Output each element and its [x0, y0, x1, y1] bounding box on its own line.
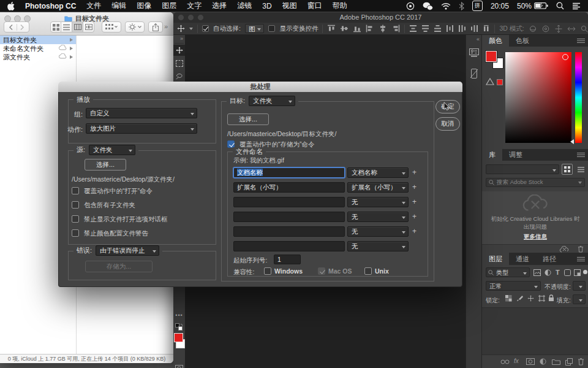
naming-add-5-button[interactable]: +: [412, 228, 417, 236]
hue-slider[interactable]: [575, 52, 582, 143]
tools-more-ellipsis[interactable]: •••: [173, 312, 185, 318]
library-sync-error-icon[interactable]: [559, 246, 569, 253]
menu-type[interactable]: 文字: [187, 1, 202, 11]
layer-style-icon[interactable]: fx: [514, 358, 519, 364]
finder-toolbar-overflow[interactable]: »: [164, 23, 168, 30]
foreground-color-well[interactable]: [486, 51, 497, 62]
finder-row-untitled-folder[interactable]: 未命名文件夹: [0, 44, 76, 53]
naming-add-4-button[interactable]: +: [412, 213, 417, 221]
distribute-vertical-centers-icon[interactable]: [421, 25, 429, 33]
library-panel-menu-icon[interactable]: [577, 153, 585, 157]
delete-layer-icon[interactable]: [578, 358, 584, 366]
3d-pan-icon[interactable]: [554, 25, 563, 33]
wechat-icon[interactable]: [423, 2, 433, 10]
collapsed-properties-panel-icon[interactable]: [466, 45, 482, 61]
align-top-edges-icon[interactable]: [327, 25, 336, 33]
lasso-tool[interactable]: [173, 71, 185, 82]
opacity-dropdown[interactable]: [573, 281, 586, 291]
coverflow-view-icon[interactable]: [83, 21, 94, 33]
swap-colors-icon[interactable]: [175, 323, 183, 331]
menu-filter[interactable]: 滤镜: [237, 1, 252, 11]
align-right-edges-icon[interactable]: [391, 25, 400, 33]
show-transform-checkbox[interactable]: [268, 25, 275, 32]
expand-panels-icon[interactable]: «: [477, 36, 480, 42]
lock-all-icon[interactable]: [548, 294, 554, 302]
tab-layers[interactable]: 图层: [482, 253, 509, 265]
tab-color[interactable]: 颜色: [482, 35, 509, 47]
library-delete-icon[interactable]: [578, 245, 584, 253]
layer-filter-type-dropdown[interactable]: 类型: [486, 267, 530, 277]
layers-list-area[interactable]: [482, 307, 588, 355]
3d-roll-icon[interactable]: [541, 25, 550, 33]
apple-menu-icon[interactable]: [7, 2, 15, 10]
naming-option-6-dropdown[interactable]: 无: [347, 241, 409, 251]
screen-record-icon[interactable]: [406, 2, 415, 10]
filter-adjustment-layers-icon[interactable]: [545, 269, 551, 276]
naming-option-1-dropdown[interactable]: 文档名称: [347, 167, 409, 178]
naming-add-3-button[interactable]: +: [412, 198, 417, 206]
align-bottom-edges-icon[interactable]: [353, 25, 361, 33]
finder-action-button[interactable]: [125, 21, 145, 33]
menu-edit[interactable]: 编辑: [111, 1, 126, 11]
suppress-open-dialogs-checkbox[interactable]: [72, 215, 79, 223]
naming-add-2-button[interactable]: +: [412, 183, 417, 191]
menu-layer[interactable]: 图层: [162, 1, 176, 11]
layers-panel-menu-icon[interactable]: [577, 257, 585, 261]
menubar-clock[interactable]: 20:05: [491, 2, 509, 10]
library-grid-view-button[interactable]: [562, 164, 573, 175]
gamut-color-swatch[interactable]: [497, 79, 503, 85]
naming-field-1[interactable]: 文档名称: [233, 167, 345, 178]
tool-preset-chevron-icon[interactable]: [189, 28, 193, 30]
list-view-icon[interactable]: [61, 21, 72, 33]
distribute-top-edges-icon[interactable]: [409, 25, 417, 33]
input-method-icon[interactable]: 拼: [472, 1, 483, 11]
color-picker-ring[interactable]: [562, 54, 568, 60]
destination-dropdown[interactable]: 文件夹: [249, 96, 295, 106]
filter-pixel-layers-icon[interactable]: [533, 269, 541, 276]
naming-option-5-dropdown[interactable]: 无: [347, 226, 409, 237]
wifi-icon[interactable]: [441, 2, 451, 10]
source-dropdown[interactable]: 文件夹: [89, 145, 135, 155]
include-subfolders-checkbox[interactable]: [72, 201, 79, 209]
library-search-field[interactable]: 搜索 Adobe Stock: [486, 178, 585, 187]
link-layers-icon[interactable]: [500, 359, 510, 364]
fill-dropdown[interactable]: [573, 294, 586, 304]
finder-row-target-folder[interactable]: 目标文件夹: [0, 36, 76, 44]
naming-field-5[interactable]: [233, 226, 345, 237]
auto-select-checkbox[interactable]: [202, 25, 209, 32]
tab-adjustments[interactable]: 调整: [502, 149, 529, 161]
lock-image-icon[interactable]: [516, 295, 523, 302]
3d-orbit-icon[interactable]: [529, 25, 537, 33]
naming-option-4-dropdown[interactable]: 无: [347, 212, 409, 222]
3d-slide-icon[interactable]: [567, 25, 576, 33]
color-saturation-field[interactable]: [505, 52, 571, 143]
align-vertical-centers-icon[interactable]: [340, 25, 349, 33]
finder-view-switcher[interactable]: [50, 21, 94, 33]
column-view-icon[interactable]: [72, 21, 83, 33]
naming-field-3[interactable]: [233, 197, 345, 207]
align-left-edges-icon[interactable]: [366, 25, 374, 33]
lock-transparency-icon[interactable]: [505, 295, 512, 302]
tab-library[interactable]: 库: [482, 149, 502, 161]
menu-file[interactable]: 文件: [86, 1, 101, 11]
action-dropdown[interactable]: 放大图片: [86, 123, 197, 134]
lock-artboard-icon[interactable]: [538, 295, 545, 302]
menu-window[interactable]: 窗口: [307, 1, 322, 11]
compat-windows-checkbox[interactable]: [264, 267, 271, 275]
filter-type-layers-icon[interactable]: T: [556, 269, 560, 276]
foreground-color-swatch[interactable]: [174, 333, 183, 342]
finder-row-source-folder[interactable]: 源文件夹: [0, 53, 76, 61]
spotlight-search-icon[interactable]: [556, 2, 564, 10]
library-more-info-link[interactable]: 更多信息: [524, 233, 547, 241]
battery-status[interactable]: 50%: [517, 2, 548, 10]
destination-choose-button[interactable]: 选择...: [227, 113, 269, 125]
lock-position-icon[interactable]: [527, 295, 534, 302]
menu-view[interactable]: 视图: [282, 1, 297, 11]
menu-3d[interactable]: 3D: [262, 2, 271, 10]
finder-share-button[interactable]: [148, 21, 163, 33]
naming-field-4[interactable]: [233, 212, 345, 222]
distribute-right-edges-icon[interactable]: [470, 25, 478, 33]
tab-channels[interactable]: 通道: [509, 253, 536, 265]
collapsed-device-preview-panel-icon[interactable]: [466, 66, 482, 82]
serial-number-input[interactable]: 1: [274, 255, 301, 264]
